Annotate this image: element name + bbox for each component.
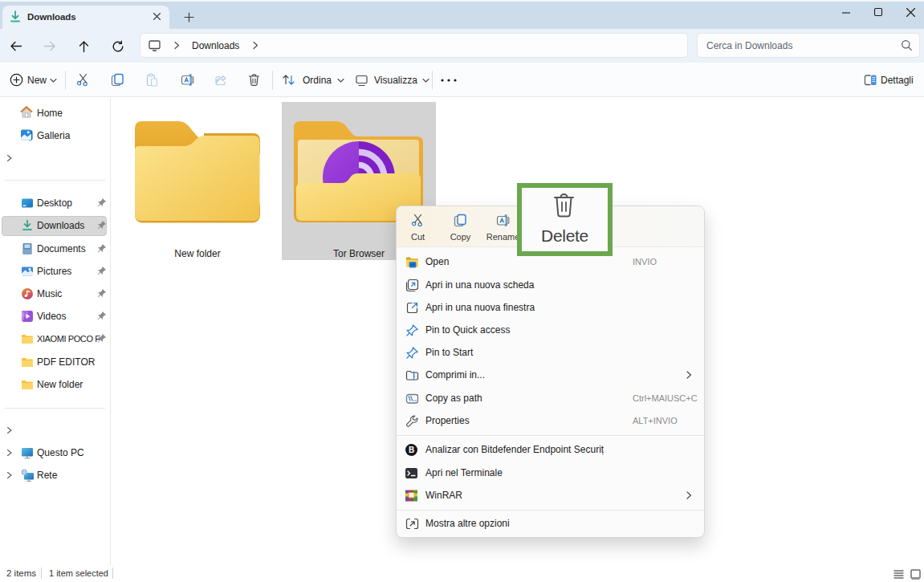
svg-text:B: B (409, 446, 414, 454)
